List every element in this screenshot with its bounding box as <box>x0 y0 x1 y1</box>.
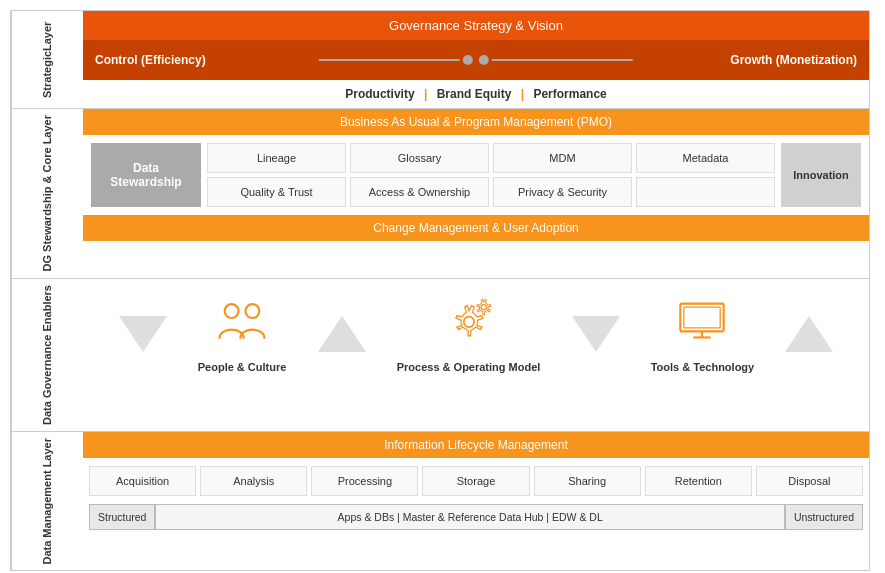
arrow-up-center-left <box>318 316 366 352</box>
svg-rect-4 <box>681 303 724 331</box>
process-label: Process & Operating Model <box>397 361 541 373</box>
arrow-down-left <box>119 316 167 352</box>
enablers-label: Data Governance Enablers <box>11 279 83 431</box>
sharing-item: Sharing <box>534 466 641 496</box>
tools-technology-item: Tools & Technology <box>651 295 754 373</box>
tools-icon <box>676 295 728 353</box>
quality-trust-item: Quality & Trust <box>207 177 346 207</box>
processing-item: Processing <box>311 466 418 496</box>
mgmt-bottom: Structured Apps & DBs | Master & Referen… <box>83 504 869 536</box>
people-icon <box>216 295 268 353</box>
growth-label: Growth (Monetization) <box>730 53 857 67</box>
center-storage-item: Apps & DBs | Master & Reference Data Hub… <box>155 504 784 530</box>
framework-diagram: Strategic Layer Governance Strategy & Vi… <box>10 10 870 571</box>
svg-point-3 <box>481 304 486 309</box>
people-culture-label: People & Culture <box>198 361 287 373</box>
arrow-up-right <box>785 316 833 352</box>
acquisition-item: Acquisition <box>89 466 196 496</box>
dot-right <box>479 55 489 65</box>
strategic-content: Governance Strategy & Vision Control (Ef… <box>83 11 869 108</box>
governance-strategy-banner: Governance Strategy & Vision <box>83 11 869 40</box>
core-grid: Data Stewardship Lineage Glossary MDM Me… <box>83 135 869 215</box>
innovation-box: Innovation <box>781 143 861 207</box>
metadata-item: Metadata <box>636 143 775 173</box>
performance-text: Performance <box>533 87 606 101</box>
enablers-items: People & Culture <box>83 279 869 389</box>
enablers-label-text: Data Governance Enablers <box>40 285 54 425</box>
core-items-grid: Lineage Glossary MDM Metadata Quality & … <box>207 143 775 207</box>
control-growth-bar: Control (Efficiency) Growth (Monetizatio… <box>83 40 869 80</box>
pipe2: | <box>521 87 524 101</box>
glossary-item: Glossary <box>350 143 489 173</box>
line-left <box>319 59 460 61</box>
strategic-row: Strategic Layer Governance Strategy & Vi… <box>11 11 869 109</box>
dg-stewardship-row: DG Stewardship & Core Layer Business As … <box>11 109 869 279</box>
data-stewardship-box: Data Stewardship <box>91 143 201 207</box>
control-label: Control (Efficiency) <box>95 53 206 67</box>
retention-item: Retention <box>645 466 752 496</box>
balance-line <box>319 55 633 65</box>
svg-point-2 <box>463 316 473 326</box>
analysis-item: Analysis <box>200 466 307 496</box>
dg-stewardship-label: DG Stewardship & Core Layer <box>11 109 83 278</box>
management-label: Data Management Layer <box>11 432 83 571</box>
ilm-bar: Information Lifecycle Management <box>83 432 869 458</box>
arrow-down-center-right <box>572 316 620 352</box>
tools-technology-label: Tools & Technology <box>651 361 754 373</box>
management-label-text: Data Management Layer <box>40 438 54 565</box>
mgmt-items: Acquisition Analysis Processing Storage … <box>83 458 869 504</box>
disposal-item: Disposal <box>756 466 863 496</box>
svg-rect-5 <box>684 307 720 328</box>
mdm-item: MDM <box>493 143 632 173</box>
dg-label-text: DG Stewardship & Core Layer <box>40 115 54 272</box>
empty-item <box>636 177 775 207</box>
privacy-security-item: Privacy & Security <box>493 177 632 207</box>
change-management-bar: Change Management & User Adoption <box>83 215 869 241</box>
management-content: Information Lifecycle Management Acquisi… <box>83 432 869 571</box>
pmo-bar: Business As Usual & Program Management (… <box>83 109 869 135</box>
productivity-bar: Productivity | Brand Equity | Performanc… <box>83 80 869 108</box>
enablers-row: Data Governance Enablers <box>11 279 869 432</box>
structured-item: Structured <box>89 504 155 530</box>
line-right <box>492 59 633 61</box>
process-icon <box>443 295 495 353</box>
storage-item: Storage <box>422 466 529 496</box>
management-row: Data Management Layer Information Lifecy… <box>11 432 869 571</box>
lineage-item: Lineage <box>207 143 346 173</box>
dot-left <box>463 55 473 65</box>
access-ownership-item: Access & Ownership <box>350 177 489 207</box>
process-operating-item: Process & Operating Model <box>397 295 541 373</box>
brand-equity-text: Brand Equity <box>437 87 512 101</box>
svg-point-1 <box>246 304 260 318</box>
unstructured-item: Unstructured <box>785 504 863 530</box>
enablers-content-wrap: People & Culture <box>83 279 869 431</box>
productivity-text: Productivity <box>345 87 414 101</box>
dg-content: Business As Usual & Program Management (… <box>83 109 869 278</box>
pipe1: | <box>424 87 427 101</box>
strategic-label: Strategic Layer <box>11 11 83 108</box>
people-culture-item: People & Culture <box>198 295 287 373</box>
svg-point-0 <box>225 304 239 318</box>
